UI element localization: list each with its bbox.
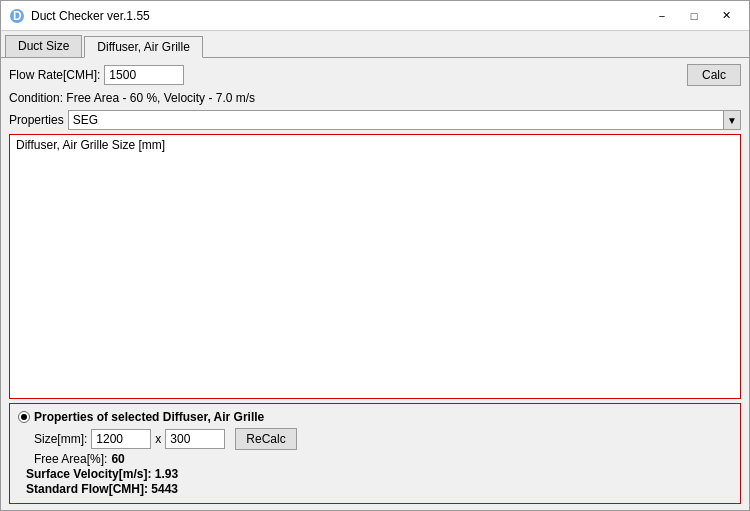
maximize-button[interactable]: □ [679, 6, 709, 26]
bottom-section: Properties of selected Diffuser, Air Gri… [9, 403, 741, 504]
app-icon: D [9, 8, 25, 24]
size-row: Size[mm]: x ReCalc [18, 428, 732, 450]
properties-select-wrapper: SEG ▼ [68, 110, 741, 130]
flow-rate-label: Flow Rate[CMH]: [9, 68, 100, 82]
diffuser-content [10, 155, 740, 398]
tab-diffuser-air-grille[interactable]: Diffuser, Air Grille [84, 36, 202, 58]
flow-rate-input[interactable] [104, 65, 184, 85]
title-bar: D Duct Checker ver.1.55 − □ ✕ [1, 1, 749, 31]
size-height-input[interactable] [165, 429, 225, 449]
svg-text:D: D [13, 9, 22, 23]
surface-velocity-row: Surface Velocity[m/s]: 1.93 [18, 467, 732, 481]
surface-velocity-text: Surface Velocity[m/s]: 1.93 [26, 467, 178, 481]
main-content: Flow Rate[CMH]: Calc Condition: Free Are… [1, 58, 749, 510]
size-width-input[interactable] [91, 429, 151, 449]
title-bar-controls: − □ ✕ [647, 6, 741, 26]
bottom-section-title: Properties of selected Diffuser, Air Gri… [34, 410, 264, 424]
free-area-label: Free Area[%]: [34, 452, 107, 466]
window-title: Duct Checker ver.1.55 [31, 9, 150, 23]
properties-row: Properties SEG ▼ [9, 110, 741, 130]
properties-label: Properties [9, 113, 64, 127]
size-label: Size[mm]: [34, 432, 87, 446]
free-area-row: Free Area[%]: 60 [18, 452, 732, 466]
tab-duct-size[interactable]: Duct Size [5, 35, 82, 57]
free-area-value: 60 [111, 452, 124, 466]
minimize-button[interactable]: − [647, 6, 677, 26]
standard-flow-row: Standard Flow[CMH]: 5443 [18, 482, 732, 496]
standard-flow-text: Standard Flow[CMH]: 5443 [26, 482, 178, 496]
radio-dot [21, 414, 27, 420]
main-window: D Duct Checker ver.1.55 − □ ✕ Duct Size … [0, 0, 750, 511]
properties-select[interactable]: SEG [68, 110, 741, 130]
condition-text: Condition: Free Area - 60 %, Velocity - … [9, 90, 741, 106]
title-bar-left: D Duct Checker ver.1.55 [9, 8, 150, 24]
recalc-button[interactable]: ReCalc [235, 428, 296, 450]
size-x-separator: x [155, 432, 161, 446]
flow-rate-row: Flow Rate[CMH]: Calc [9, 64, 741, 86]
calc-button[interactable]: Calc [687, 64, 741, 86]
diffuser-section: Diffuser, Air Grille Size [mm] [9, 134, 741, 399]
close-button[interactable]: ✕ [711, 6, 741, 26]
diffuser-title: Diffuser, Air Grille Size [mm] [10, 135, 740, 155]
tab-bar: Duct Size Diffuser, Air Grille [1, 31, 749, 58]
selected-radio[interactable] [18, 411, 30, 423]
bottom-title-row: Properties of selected Diffuser, Air Gri… [18, 410, 732, 424]
